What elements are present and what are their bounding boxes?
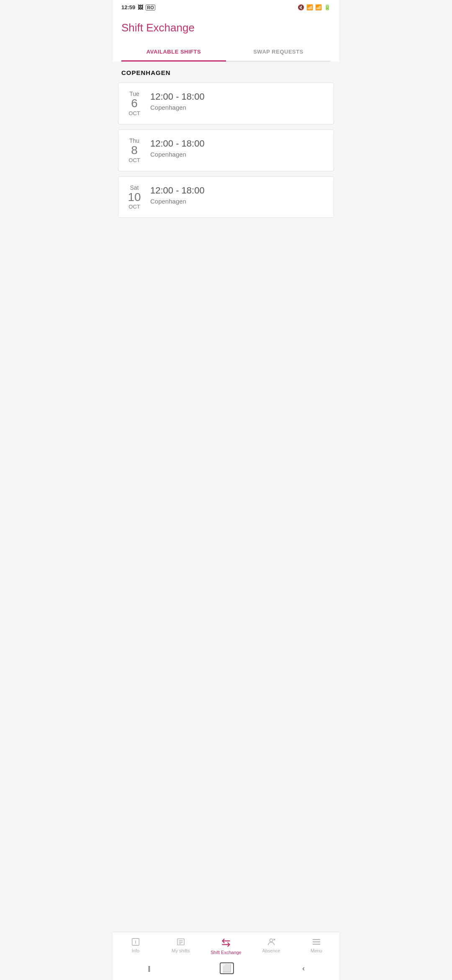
shift-card-3[interactable]: Sat 10 OCT 12:00 - 18:00 Copenhagen [118,176,334,218]
android-back-button[interactable]: ‹ [302,964,305,973]
nav-label-menu: Menu [311,948,322,953]
android-recents-button[interactable]: ⫿ [147,964,152,973]
tab-available-shifts[interactable]: AVAILABLE SHIFTS [121,43,226,61]
shift-location-1: Copenhagen [150,104,327,111]
shift-day-num-1: 6 [131,97,138,110]
shift-month-2: OCT [128,157,140,163]
android-home-button[interactable]: ⬜ [220,962,234,974]
nav-label-shift-exchange: Shift Exchange [211,950,241,955]
shift-day-name-2: Thu [129,137,139,144]
menu-icon [312,937,321,946]
shift-month-1: OCT [128,110,140,116]
shift-day-name-3: Sat [130,184,139,191]
nav-item-shift-exchange[interactable]: Shift Exchange [203,936,249,957]
shift-time-1: 12:00 - 18:00 [150,91,327,102]
ro-icon: RO [146,5,155,10]
svg-text:i: i [135,940,136,944]
bottom-nav: i Info My shifts Shift Exchange Absence [113,932,339,958]
nav-item-menu[interactable]: Menu [294,936,339,957]
info-icon: i [131,937,140,946]
battery-icon: 🔋 [324,4,331,10]
shift-info-3: 12:00 - 18:00 Copenhagen [150,184,327,205]
status-time: 12:59 [121,4,135,10]
shift-exchange-icon [221,937,231,948]
my-shifts-icon [176,937,185,946]
app-title: Shift Exchange [121,21,331,34]
shift-date-2: Thu 8 OCT [125,137,144,163]
signal-icon: 📶 [315,4,322,10]
status-time-area: 12:59 🖼 RO [121,4,155,10]
status-bar: 12:59 🖼 RO 🔇 📶 📶 🔋 [113,0,339,13]
mute-icon: 🔇 [298,4,304,10]
shift-day-name-1: Tue [129,90,139,97]
nav-label-info: Info [132,948,139,953]
svg-point-6 [270,939,272,942]
shift-month-3: OCT [128,204,140,210]
photo-icon: 🖼 [138,4,143,10]
nav-label-my-shifts: My shifts [172,948,190,953]
tab-swap-requests[interactable]: SWAP REQUESTS [226,43,331,61]
android-nav-bar: ⫿ ⬜ ‹ [113,958,339,980]
nav-item-absence[interactable]: Absence [249,936,294,957]
tab-bar: AVAILABLE SHIFTS SWAP REQUESTS [121,43,331,62]
shift-date-3: Sat 10 OCT [125,184,144,210]
shift-card-1[interactable]: Tue 6 OCT 12:00 - 18:00 Copenhagen [118,83,334,124]
status-icons: 🔇 📶 📶 🔋 [298,4,331,10]
shift-info-2: 12:00 - 18:00 Copenhagen [150,137,327,158]
nav-label-absence: Absence [262,948,280,953]
nav-item-info[interactable]: i Info [113,936,158,957]
shift-time-3: 12:00 - 18:00 [150,185,327,196]
section-copenhagen: COPENHAGEN [113,62,339,83]
shift-date-1: Tue 6 OCT [125,90,144,116]
shift-day-num-3: 10 [128,191,141,204]
shift-location-2: Copenhagen [150,151,327,158]
wifi-icon: 📶 [306,4,313,10]
nav-item-my-shifts[interactable]: My shifts [158,936,203,957]
shift-day-num-2: 8 [131,144,138,157]
absence-icon [267,937,276,946]
shift-info-1: 12:00 - 18:00 Copenhagen [150,90,327,111]
header: Shift Exchange AVAILABLE SHIFTS SWAP REQ… [113,13,339,62]
content-area: COPENHAGEN Tue 6 OCT 12:00 - 18:00 Copen… [113,62,339,932]
shift-card-2[interactable]: Thu 8 OCT 12:00 - 18:00 Copenhagen [118,129,334,171]
shift-time-2: 12:00 - 18:00 [150,138,327,149]
shift-location-3: Copenhagen [150,198,327,205]
section-title: COPENHAGEN [121,69,171,76]
